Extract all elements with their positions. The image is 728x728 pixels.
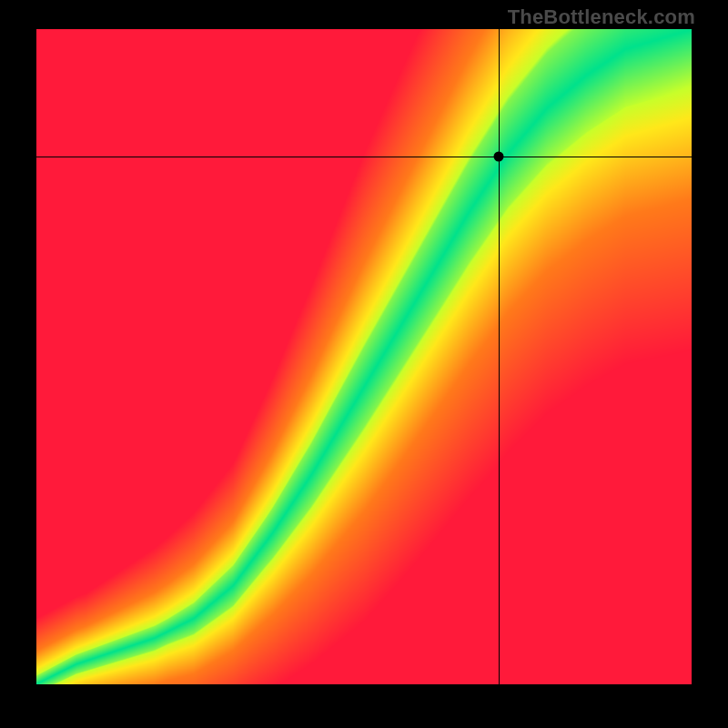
crosshair-vertical (499, 29, 500, 684)
chart-container: TheBottleneck.com (0, 0, 728, 728)
crosshair-horizontal (36, 157, 692, 157)
data-point-marker (493, 152, 503, 162)
heatmap-canvas (36, 29, 692, 684)
watermark-text: TheBottleneck.com (508, 5, 695, 29)
heatmap-plot (36, 29, 692, 684)
